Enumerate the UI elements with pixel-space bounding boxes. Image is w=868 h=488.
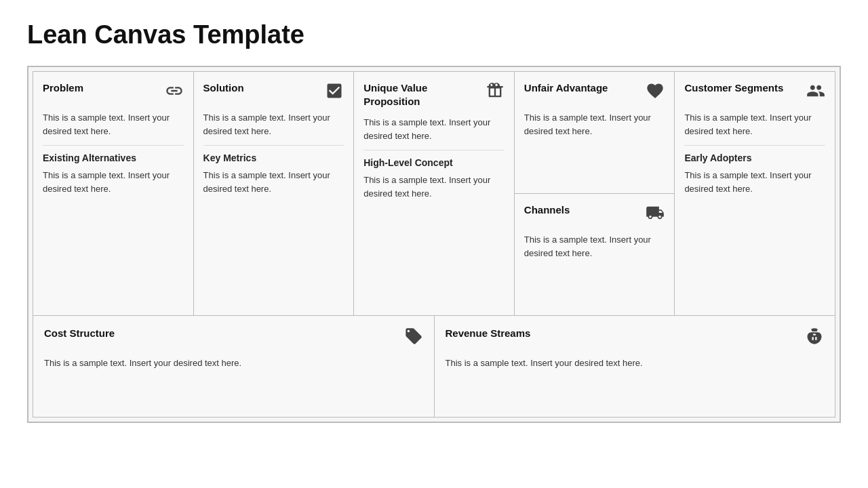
revenue-streams-cell: Revenue Streams This is a sample text. I…	[435, 316, 836, 418]
problem-cell: Problem This is a sample text. Insert yo…	[33, 72, 194, 316]
channels-title: Channels	[524, 203, 570, 217]
gift-icon	[486, 81, 505, 103]
high-level-concept-title: High-Level Concept	[363, 157, 505, 168]
high-level-concept-section: High-Level Concept This is a sample text…	[363, 150, 505, 201]
solution-title: Solution	[203, 81, 244, 95]
early-adopters-title: Early Adopters	[684, 152, 825, 163]
customer-segments-cell: Customer Segments This is a sample text.…	[675, 72, 835, 316]
customer-segments-header: Customer Segments	[684, 81, 825, 103]
cost-structure-header: Cost Structure	[44, 327, 423, 348]
page-title: Lean Canvas Template	[27, 20, 841, 49]
tag-icon	[404, 327, 423, 348]
problem-header: Problem	[43, 81, 184, 103]
uvp-header: Unique Value Proposition	[363, 81, 505, 108]
existing-alternatives-title: Existing Alternatives	[43, 152, 184, 163]
customer-segments-body: This is a sample text. Insert your desir…	[684, 111, 825, 138]
cost-structure-title: Cost Structure	[44, 327, 115, 340]
problem-body: This is a sample text. Insert your desir…	[43, 111, 184, 138]
uvp-title: Unique Value Proposition	[363, 81, 480, 108]
early-adopters-section: Early Adopters This is a sample text. In…	[684, 145, 825, 196]
revenue-streams-header: Revenue Streams	[446, 327, 825, 348]
key-metrics-body: This is a sample text. Insert your desir…	[203, 169, 344, 196]
existing-alternatives-body: This is a sample text. Insert your desir…	[43, 169, 184, 196]
channels-body: This is a sample text. Insert your desir…	[524, 233, 665, 260]
early-adopters-body: This is a sample text. Insert your desir…	[684, 169, 825, 196]
channels-header: Channels	[524, 203, 665, 225]
high-level-concept-body: This is a sample text. Insert your desir…	[363, 174, 505, 201]
revenue-streams-body: This is a sample text. Insert your desir…	[446, 357, 825, 370]
link-icon	[165, 81, 184, 103]
cost-structure-body: This is a sample text. Insert your desir…	[44, 357, 423, 370]
key-metrics-section: Key Metrics This is a sample text. Inser…	[203, 145, 344, 196]
solution-cell: Solution This is a sample text. Insert y…	[194, 72, 355, 316]
people-icon	[806, 81, 825, 103]
truck-icon	[646, 203, 665, 225]
unfair-advantage-cell: Unfair Advantage This is a sample text. …	[515, 72, 675, 194]
canvas-grid: Problem This is a sample text. Insert yo…	[33, 71, 835, 316]
problem-title: Problem	[43, 81, 83, 95]
existing-alternatives-section: Existing Alternatives This is a sample t…	[43, 145, 184, 196]
revenue-streams-title: Revenue Streams	[446, 327, 531, 340]
bottom-row: Cost Structure This is a sample text. In…	[33, 316, 835, 418]
canvas-container: Problem This is a sample text. Insert yo…	[27, 66, 841, 423]
check-icon	[325, 81, 344, 103]
channels-cell: Channels This is a sample text. Insert y…	[515, 194, 675, 316]
customer-segments-title: Customer Segments	[684, 81, 783, 95]
cost-structure-cell: Cost Structure This is a sample text. In…	[33, 316, 435, 418]
unfair-advantage-title: Unfair Advantage	[524, 81, 608, 95]
key-metrics-title: Key Metrics	[203, 152, 344, 163]
unfair-advantage-body: This is a sample text. Insert your desir…	[524, 111, 665, 138]
unfair-advantage-header: Unfair Advantage	[524, 81, 665, 103]
uvp-cell: Unique Value Proposition This is a sampl…	[354, 72, 515, 316]
solution-body: This is a sample text. Insert your desir…	[203, 111, 344, 138]
money-bag-icon	[805, 327, 824, 348]
solution-header: Solution	[203, 81, 344, 103]
heart-icon	[646, 81, 665, 103]
uvp-body: This is a sample text. Insert your desir…	[363, 116, 505, 143]
